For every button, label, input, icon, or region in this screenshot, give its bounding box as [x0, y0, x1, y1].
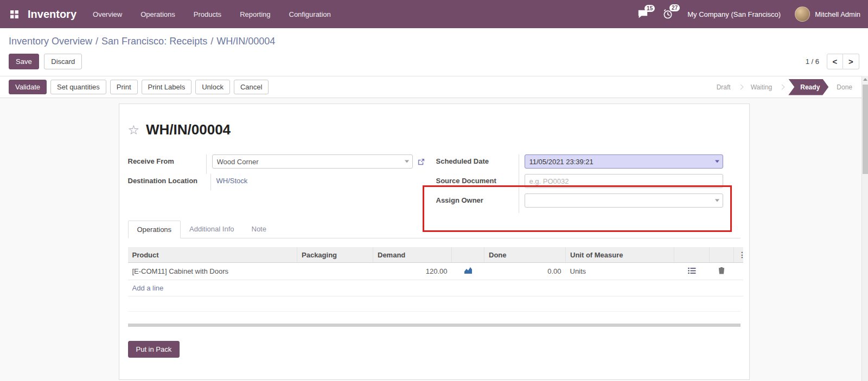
receive-from-input[interactable] [212, 154, 413, 169]
chevron-down-icon [405, 160, 409, 163]
messages-button[interactable]: 15 [637, 9, 648, 19]
pager-next-button[interactable]: > [843, 54, 859, 69]
menu-overview[interactable]: Overview [93, 10, 122, 18]
column-done[interactable]: Done [484, 247, 566, 263]
form-view: ☆ WH/IN/00004 Receive From [0, 98, 868, 380]
state-waiting[interactable]: Waiting [744, 83, 780, 91]
assign-owner-label: Assign Owner [436, 193, 519, 204]
control-panel: Inventory Overview/San Francisco: Receip… [0, 28, 868, 76]
app-name[interactable]: Inventory [28, 8, 76, 21]
chevron-separator-icon [738, 85, 743, 90]
chevron-down-icon [715, 160, 719, 163]
tab-note[interactable]: Note [243, 221, 275, 238]
column-details [674, 247, 710, 263]
user-menu[interactable]: Mitchell Admin [815, 10, 860, 18]
breadcrumb-inventory-overview[interactable]: Inventory Overview [9, 36, 92, 47]
company-switcher[interactable]: My Company (San Francisco) [687, 10, 781, 18]
user-avatar[interactable] [795, 7, 810, 22]
detailed-operations-list-icon[interactable] [688, 267, 696, 274]
print-button[interactable]: Print [110, 80, 138, 94]
scheduled-date-label: Scheduled Date [436, 154, 519, 165]
cell-done: 0.00 [484, 263, 566, 280]
record-title: WH/IN/00004 [146, 121, 231, 138]
forecast-chart-icon[interactable] [464, 267, 473, 274]
menu-operations[interactable]: Operations [141, 10, 175, 18]
column-demand[interactable]: Demand [373, 247, 452, 263]
put-in-pack-button[interactable]: Put in Pack [128, 341, 180, 358]
column-uom[interactable]: Unit of Measure [566, 247, 674, 263]
empty-table-area [128, 296, 741, 312]
status-pipeline: Draft Waiting Ready Done [710, 79, 859, 95]
activities-badge: 27 [669, 4, 680, 11]
notebook-tabs: Operations Additional Info Note [128, 221, 741, 238]
pager: 1 / 6 < > [806, 54, 859, 69]
menu-reporting[interactable]: Reporting [240, 10, 270, 18]
breadcrumb: Inventory Overview/San Francisco: Receip… [0, 28, 868, 49]
column-packaging[interactable]: Packaging [297, 247, 373, 263]
column-optional: ⋮ [734, 247, 743, 263]
source-document-input[interactable] [525, 174, 723, 188]
scheduled-date-input[interactable] [525, 154, 723, 169]
receive-from-label: Receive From [128, 154, 206, 165]
vertical-scrollbar[interactable] [861, 76, 868, 381]
cell-uom: Units [566, 263, 674, 280]
column-forecast [452, 247, 484, 263]
form-sheet: ☆ WH/IN/00004 Receive From [119, 104, 750, 380]
cell-demand: 120.00 [373, 263, 452, 280]
cell-product: [E-COM11] Cabinet with Doors [128, 263, 297, 280]
operations-table: Product Packaging Demand Done Unit of Me… [128, 247, 743, 296]
print-labels-button[interactable]: Print Labels [142, 80, 192, 94]
breadcrumb-receipts[interactable]: San Francisco: Receipts [101, 36, 207, 47]
external-link-icon[interactable] [417, 158, 425, 166]
apps-grid-icon[interactable] [8, 8, 21, 21]
scrollbar-thumb[interactable] [863, 85, 868, 174]
chevron-right-icon: > [848, 57, 853, 66]
destination-location-value: WH/Stock [216, 174, 248, 185]
chevron-left-icon: < [833, 57, 838, 66]
breadcrumb-separator: / [95, 36, 98, 47]
menu-configuration[interactable]: Configuration [289, 10, 331, 18]
pager-previous-button[interactable]: < [827, 54, 843, 69]
source-document-label: Source Document [436, 174, 519, 185]
scroll-up-arrow-icon[interactable] [863, 78, 867, 81]
trash-icon[interactable] [718, 267, 725, 274]
set-quantities-button[interactable]: Set quantities [50, 80, 106, 94]
state-draft[interactable]: Draft [710, 83, 738, 91]
messages-badge: 15 [644, 5, 655, 12]
chevron-separator-icon [780, 85, 785, 90]
column-delete [710, 247, 734, 263]
chevron-down-icon [715, 199, 719, 202]
validate-button[interactable]: Validate [9, 80, 47, 94]
destination-location-label: Destination Location [128, 174, 210, 185]
column-product[interactable]: Product [128, 247, 297, 263]
statusbar: Validate Set quantities Print Print Labe… [0, 76, 868, 98]
activities-button[interactable]: 27 [662, 9, 673, 20]
cell-packaging [297, 263, 373, 280]
save-button[interactable]: Save [9, 54, 39, 69]
top-navbar: Inventory Overview Operations Products R… [0, 0, 868, 28]
state-ready-active[interactable]: Ready [788, 79, 828, 95]
main-menu: Overview Operations Products Reporting C… [93, 10, 349, 18]
cancel-button[interactable]: Cancel [234, 80, 269, 94]
tab-additional-info[interactable]: Additional Info [181, 221, 242, 238]
favorite-star-icon[interactable]: ☆ [128, 124, 140, 137]
discard-button[interactable]: Discard [44, 54, 82, 69]
menu-products[interactable]: Products [194, 10, 221, 18]
pager-count: 1 / 6 [806, 57, 819, 66]
breadcrumb-separator: / [210, 36, 213, 47]
table-row[interactable]: [E-COM11] Cabinet with Doors 120.00 0.00… [128, 263, 743, 280]
kebab-menu-icon[interactable]: ⋮ [738, 250, 739, 259]
state-done[interactable]: Done [829, 83, 859, 91]
add-a-line-link[interactable]: Add a line [132, 284, 164, 292]
unlock-button[interactable]: Unlock [195, 80, 230, 94]
assign-owner-input[interactable] [525, 193, 723, 208]
tab-operations[interactable]: Operations [128, 221, 181, 238]
table-bottom-bar [128, 324, 741, 327]
table-header-row: Product Packaging Demand Done Unit of Me… [128, 247, 743, 263]
breadcrumb-current: WH/IN/00004 [216, 36, 275, 47]
